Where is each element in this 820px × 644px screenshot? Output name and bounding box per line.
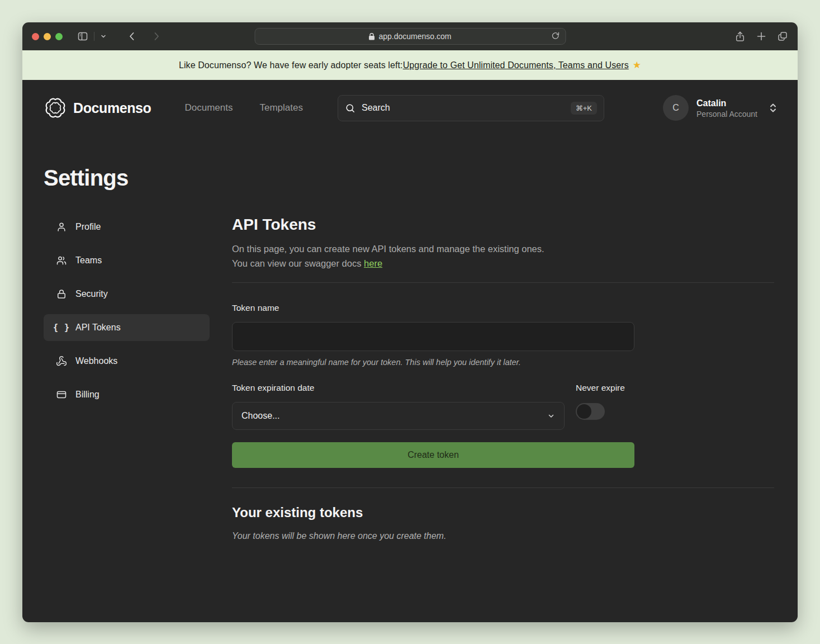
search-input[interactable]: Search ⌘+K — [338, 95, 604, 121]
section-heading: API Tokens — [232, 216, 774, 234]
sidebar-item-label: API Tokens — [75, 323, 121, 333]
token-name-hint: Please enter a meaningful name for your … — [232, 358, 774, 367]
chevrons-up-down-icon — [769, 103, 778, 113]
divider — [232, 282, 774, 283]
sidebar-item-webhooks[interactable]: Webhooks — [44, 348, 210, 375]
top-nav: Documents Templates — [184, 102, 302, 113]
swagger-docs-link[interactable]: here — [364, 258, 382, 268]
settings-sidebar: Profile Teams — [44, 214, 210, 541]
sidebar-item-security[interactable]: Security — [44, 281, 210, 307]
section-description: On this page, you can create new API tok… — [232, 242, 774, 271]
account-name: Catalin — [696, 97, 757, 109]
sidebar-item-label: Billing — [75, 390, 99, 400]
credit-card-icon — [56, 389, 67, 400]
expiration-label: Token expiration date — [232, 383, 576, 393]
close-window-button[interactable] — [32, 33, 39, 40]
divider — [232, 487, 774, 488]
traffic-lights — [22, 33, 63, 40]
expiration-select[interactable]: Choose... — [232, 402, 565, 430]
sidebar-item-label: Security — [75, 289, 108, 299]
search-placeholder: Search — [362, 103, 390, 113]
sidebar-item-label: Teams — [75, 255, 102, 266]
nav-documents[interactable]: Documents — [184, 102, 233, 113]
brand[interactable]: Documenso — [45, 97, 151, 119]
upgrade-link[interactable]: Upgrade to Get Unlimited Documents, Team… — [403, 60, 629, 70]
minimize-window-button[interactable] — [44, 33, 51, 40]
api-tokens-panel: API Tokens On this page, you can create … — [232, 214, 774, 541]
tabs-overview-icon[interactable] — [777, 31, 788, 42]
browser-window: app.documenso.com — [22, 22, 798, 622]
documenso-logo-icon — [45, 97, 66, 119]
chrome-divider — [94, 32, 94, 41]
expiration-value: Choose... — [241, 411, 279, 421]
search-shortcut-badge: ⌘+K — [571, 102, 597, 115]
search-icon — [345, 103, 356, 113]
banner-text: Like Documenso? We have few early adopte… — [179, 60, 403, 70]
never-expire-toggle[interactable] — [576, 403, 605, 420]
toggle-knob — [577, 404, 591, 419]
url-text: app.documenso.com — [379, 32, 452, 41]
braces-icon: { } — [56, 323, 67, 333]
sidebar-item-billing[interactable]: Billing — [44, 381, 210, 408]
app-header: Documenso Documents Templates Search ⌘+K… — [22, 80, 798, 136]
existing-tokens-heading: Your existing tokens — [232, 505, 774, 520]
token-name-input[interactable] — [232, 322, 634, 351]
create-token-button[interactable]: Create token — [232, 442, 634, 468]
sidebar-item-label: Profile — [75, 222, 101, 232]
chevron-down-icon[interactable] — [100, 33, 107, 40]
lock-icon — [56, 288, 67, 300]
account-menu[interactable]: C Catalin Personal Account — [663, 95, 786, 121]
back-button[interactable] — [127, 31, 137, 41]
user-icon — [56, 221, 67, 233]
share-icon[interactable] — [734, 31, 746, 42]
avatar: C — [663, 95, 689, 121]
webhook-icon — [56, 356, 67, 367]
forward-button[interactable] — [151, 31, 162, 41]
chevron-down-icon — [547, 412, 555, 420]
existing-tokens-empty-text: Your tokens will be shown here once you … — [232, 531, 774, 541]
page-title: Settings — [44, 165, 798, 191]
star-icon: ★ — [633, 59, 641, 71]
brand-name: Documenso — [73, 100, 151, 116]
zoom-window-button[interactable] — [55, 33, 63, 40]
never-expire-label: Never expire — [576, 383, 625, 393]
account-type: Personal Account — [696, 109, 757, 119]
description-line1: On this page, you can create new API tok… — [232, 244, 544, 254]
sidebar-item-label: Webhooks — [75, 356, 117, 366]
sidebar-toggle-icon[interactable] — [77, 31, 88, 42]
address-bar[interactable]: app.documenso.com — [254, 28, 566, 45]
sidebar-item-api-tokens[interactable]: { } API Tokens — [44, 314, 210, 341]
nav-templates[interactable]: Templates — [259, 102, 302, 113]
documenso-app: Documenso Documents Templates Search ⌘+K… — [22, 80, 798, 622]
users-icon — [56, 255, 67, 266]
lock-icon — [369, 33, 375, 40]
token-name-label: Token name — [232, 303, 774, 313]
description-line2: You can view our swagger docs — [232, 258, 364, 268]
browser-chrome: app.documenso.com — [22, 22, 798, 50]
upgrade-banner: Like Documenso? We have few early adopte… — [22, 50, 798, 80]
sidebar-item-profile[interactable]: Profile — [44, 214, 210, 240]
reload-icon[interactable] — [551, 31, 560, 41]
sidebar-item-teams[interactable]: Teams — [44, 247, 210, 274]
new-tab-icon[interactable] — [756, 31, 767, 42]
